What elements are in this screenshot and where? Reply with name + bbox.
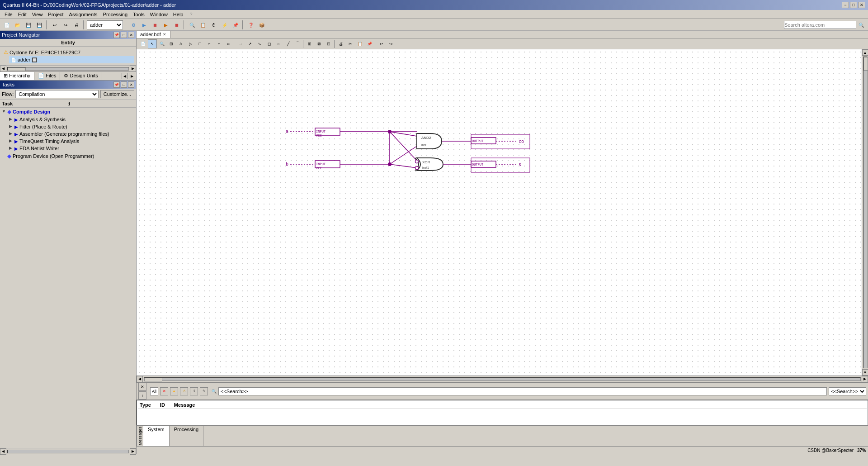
sch-grid-btn[interactable]: ⊞ [305, 39, 314, 48]
tasks-pin-icon[interactable]: 📌 [113, 81, 120, 88]
messages-side-label[interactable]: Messages [137, 426, 143, 446]
redo-button[interactable]: ↪ [61, 20, 71, 30]
tab-system[interactable]: System [143, 426, 170, 446]
ip-catalog-button[interactable]: 📦 [257, 20, 267, 30]
customize-button[interactable]: Customize... [100, 90, 134, 98]
task-expand-eda[interactable]: ▶ [9, 146, 14, 151]
start-analysis-button[interactable]: ▶ [139, 20, 149, 30]
sch-redo-btn[interactable]: ↪ [387, 39, 396, 48]
sch-wire-btn[interactable]: ⌐ [205, 39, 214, 48]
task-row-analysis[interactable]: ▶ ▶ Analysis & Synthesis [7, 116, 136, 123]
search-input[interactable] [784, 21, 856, 29]
nav-scroll-thumb[interactable] [8, 67, 26, 71]
nav-scroll-right[interactable]: ▶ [130, 66, 136, 72]
msg-filter-info[interactable]: ℹ [190, 387, 198, 395]
task-row-fitter[interactable]: ▶ ▶ Fitter (Place & Route) [7, 123, 136, 130]
task-info-icon[interactable]: ℹ [68, 101, 135, 106]
msg-filter-error[interactable]: ✕ [160, 387, 168, 395]
tasks-float-icon[interactable]: □ [121, 81, 127, 88]
sch-pin-btn[interactable]: → [236, 39, 245, 48]
sch-partial-btn[interactable]: ◻ [264, 39, 274, 48]
compile-stop-button[interactable]: ⏹ [172, 20, 182, 30]
task-expand-assembler[interactable]: ▶ [9, 131, 14, 137]
save-button[interactable]: 💾 [24, 20, 33, 30]
nav-pin-icon[interactable]: 📌 [113, 32, 120, 38]
pin-planner-button[interactable]: 📌 [231, 20, 241, 30]
sch-pointer-btn[interactable]: ↖ [148, 39, 157, 48]
analyze-button[interactable]: ⚙ [128, 20, 138, 30]
schematic-tab-adder[interactable]: adder.bdf ✕ [137, 31, 170, 38]
print-button[interactable]: 🖨 [71, 20, 81, 30]
task-row-program[interactable]: ◆ Program Device (Open Programmer) [0, 152, 136, 160]
help-button[interactable]: ❓ [246, 20, 256, 30]
sch-arc-btn[interactable]: ⌒ [293, 39, 302, 48]
schematic-tab-close[interactable]: ✕ [163, 32, 166, 37]
menu-window[interactable]: Window [147, 11, 170, 18]
project-dropdown[interactable]: adder [87, 20, 123, 29]
sch-print-btn[interactable]: 🖨 [336, 39, 345, 48]
save-all-button[interactable]: 💾 [34, 20, 44, 30]
menu-help[interactable]: Help [170, 11, 186, 18]
canvas-hscroll-thumb[interactable] [144, 378, 162, 381]
programmer-button[interactable]: ⚡ [220, 20, 230, 30]
sch-conduit-btn[interactable]: ⊂ [224, 39, 233, 48]
tasks-scroll-right[interactable]: ▶ [130, 448, 136, 455]
undo-button[interactable]: ↩ [50, 20, 60, 30]
canvas-scroll-up[interactable]: ▲ [862, 49, 868, 56]
task-expand-compile[interactable]: ▼ [2, 109, 7, 114]
tab-processing[interactable]: Processing [170, 426, 203, 446]
canvas-scroll-left[interactable]: ◀ [137, 376, 143, 382]
task-expand-fitter[interactable]: ▶ [9, 124, 14, 129]
tab-hierarchy[interactable]: ⊞ Hierarchy [0, 72, 34, 80]
msg-filter-warning[interactable]: ⚠ [180, 387, 188, 395]
tree-item-adder[interactable]: 📄 adder 🔲 [9, 56, 134, 63]
rtl-viewer-button[interactable]: 🔍 [187, 20, 197, 30]
msg-filter-critical[interactable]: ▲ [170, 387, 178, 395]
sch-bus-btn[interactable]: ⌐ [214, 39, 223, 48]
sch-line-btn[interactable]: ╱ [283, 39, 292, 48]
tree-item-device[interactable]: ⚠ Cyclone IV E: EP4CE115F29C7 [2, 48, 134, 56]
sch-snap-btn[interactable]: ⊠ [315, 39, 324, 48]
sch-paste-btn[interactable]: 📌 [365, 39, 374, 48]
menu-tools[interactable]: Tools [130, 11, 147, 18]
close-button[interactable]: ✕ [858, 2, 865, 8]
flow-select[interactable]: Compilation [15, 90, 99, 98]
sch-zoom-btn[interactable]: 🔍 [157, 39, 166, 48]
canvas-area[interactable]: a INPUT VCC [137, 49, 868, 376]
sch-align-btn[interactable]: ⊡ [324, 39, 333, 48]
menu-processing[interactable]: Processing [100, 11, 130, 18]
sch-in-pin-btn[interactable]: ↗ [245, 39, 255, 48]
sch-select-btn[interactable]: 📄 [138, 39, 147, 48]
sch-undo-btn[interactable]: ↩ [377, 39, 386, 48]
nav-float-icon[interactable]: □ [121, 32, 127, 38]
task-row-compile[interactable]: ▼ ◆ Compile Design [0, 108, 136, 116]
menu-assignments[interactable]: Assignments [66, 11, 100, 18]
search-button[interactable]: 🔍 [856, 20, 866, 30]
canvas-vscroll-thumb[interactable] [863, 57, 868, 71]
canvas-scroll-right[interactable]: ▶ [862, 376, 868, 382]
new-button[interactable]: 📄 [2, 20, 12, 30]
open-button[interactable]: 📂 [13, 20, 23, 30]
nav-scroll-left[interactable]: ◀ [0, 66, 6, 72]
task-expand-analysis[interactable]: ▶ [9, 117, 14, 122]
sch-fit-btn[interactable]: ⊞ [167, 39, 176, 48]
msg-search-scope[interactable]: <<Search>> [829, 387, 866, 395]
task-row-assembler[interactable]: ▶ ▶ Assembler (Generate programming file… [7, 130, 136, 138]
msg-search-input[interactable] [218, 387, 827, 395]
tab-fwd-icon[interactable]: ▶ [129, 73, 135, 79]
nav-close-icon[interactable]: ✕ [128, 32, 134, 38]
sch-symbol-btn[interactable]: ▷ [186, 39, 195, 48]
tab-files[interactable]: 📄 Files [34, 72, 60, 80]
menu-file[interactable]: File [2, 11, 15, 18]
task-expand-timequest[interactable]: ▶ [9, 138, 14, 144]
menu-project[interactable]: Project [45, 11, 66, 18]
tab-design-units[interactable]: ⚙ Design Units [60, 72, 102, 80]
tasks-close-icon[interactable]: ✕ [128, 81, 134, 88]
menu-edit[interactable]: Edit [15, 11, 29, 18]
sch-text-btn[interactable]: A [176, 39, 185, 48]
tab-back-icon[interactable]: ◀ [122, 73, 128, 79]
stop-button[interactable]: ⏹ [150, 20, 160, 30]
msg-filter-all[interactable]: All [150, 387, 158, 395]
msg-filter-note[interactable]: ✎ [200, 387, 208, 395]
menu-view[interactable]: View [29, 11, 46, 18]
